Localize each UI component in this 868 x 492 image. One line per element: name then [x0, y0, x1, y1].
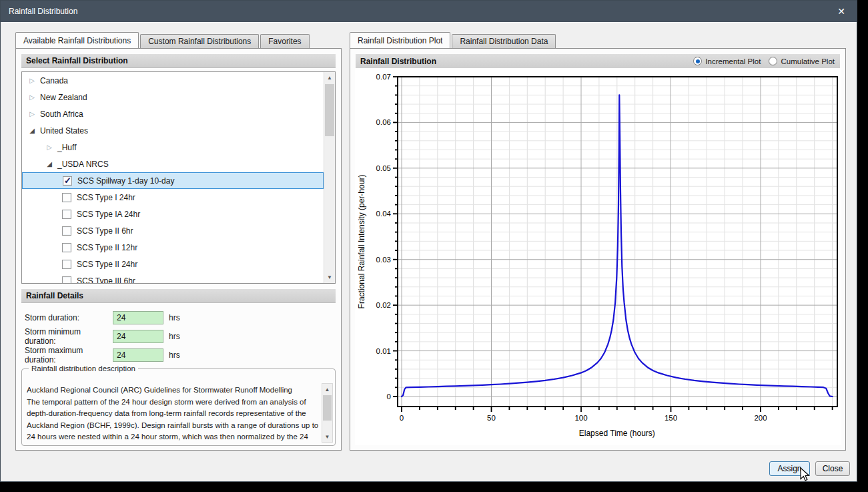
- radio-unselected-icon[interactable]: [769, 57, 777, 65]
- field-row: Storm maximum duration:hrs: [25, 348, 180, 362]
- svg-text:0.01: 0.01: [376, 347, 391, 355]
- window-title: Rainfall Distribution: [1, 7, 77, 16]
- scroll-down-icon[interactable]: ▼: [324, 272, 335, 283]
- field-row: Storm minimum duration:hrs: [25, 329, 180, 343]
- tree-item-scs-type-ii-6hr[interactable]: SCS Type II 6hr: [22, 222, 324, 239]
- expand-icon[interactable]: ▷: [27, 93, 37, 101]
- collapse-icon[interactable]: ◢: [45, 160, 54, 168]
- tree-item--huff[interactable]: ▷_Huff: [22, 139, 324, 156]
- tree-item-label: Canada: [40, 76, 68, 85]
- radio-label: Incremental Plot: [705, 57, 761, 65]
- checkbox-checked[interactable]: [63, 176, 72, 186]
- unit-label: hrs: [169, 350, 180, 360]
- scroll-down-icon[interactable]: ▼: [322, 431, 332, 442]
- checkbox-unchecked[interactable]: [62, 193, 71, 202]
- checkbox-unchecked[interactable]: [62, 260, 71, 269]
- rainfall-distribution-dialog: Rainfall Distribution ✕ Available Rainfa…: [0, 0, 857, 482]
- storm-duration-input[interactable]: [113, 311, 163, 324]
- field-label: Storm maximum duration:: [25, 346, 113, 364]
- storm-maximum-duration-input[interactable]: [113, 348, 163, 362]
- svg-text:0: 0: [400, 414, 404, 422]
- tree-item-scs-type-i-24hr[interactable]: SCS Type I 24hr: [22, 189, 324, 206]
- tree-item-label: SCS Type IA 24hr: [77, 210, 140, 219]
- tree-item-new-zealand[interactable]: ▷New Zealand: [22, 89, 324, 105]
- svg-text:50: 50: [487, 414, 496, 422]
- tab-rainfall-distribution-data[interactable]: Rainfall Distribution Data: [452, 34, 556, 48]
- rainfall-chart: 05010015020000.010.020.030.040.050.060.0…: [355, 68, 841, 448]
- tree-item-label: SCS Spillway 1-day 10-day: [77, 176, 174, 186]
- tree-item-label: SCS Type I 24hr: [77, 193, 135, 202]
- checkbox-unchecked[interactable]: [62, 276, 71, 284]
- rainfall-plot-page: Rainfall Distribution Incremental PlotCu…: [350, 48, 846, 451]
- svg-text:0.03: 0.03: [376, 256, 391, 264]
- tree-item-scs-type-ia-24hr[interactable]: SCS Type IA 24hr: [22, 206, 324, 222]
- radio-incremental-plot[interactable]: Incremental Plot: [693, 57, 761, 65]
- tree-item--usda-nrcs[interactable]: ◢_USDA NRCS: [22, 156, 324, 172]
- plot-header: Rainfall Distribution Incremental PlotCu…: [356, 54, 840, 69]
- expand-icon[interactable]: ▷: [27, 110, 37, 117]
- tree-item-scs-spillway-1-day-10-day[interactable]: SCS Spillway 1-day 10-day: [22, 172, 324, 189]
- scroll-up-icon[interactable]: ▲: [322, 384, 332, 395]
- tree-item-label: _Huff: [57, 143, 76, 152]
- description-scrollbar[interactable]: ▲ ▼: [322, 383, 333, 443]
- tab-favorites[interactable]: Favorites: [260, 34, 309, 48]
- tree-item-united-states[interactable]: ◢United States: [22, 122, 324, 139]
- radio-label: Cumulative Plot: [781, 57, 835, 65]
- tree-item-scs-type-iii-6hr[interactable]: SCS Type III 6hr: [22, 272, 324, 284]
- right-tab-group: Rainfall Distribution PlotRainfall Distr…: [350, 33, 846, 451]
- tab-custom-rainfall-distributions[interactable]: Custom Rainfall Distributions: [140, 34, 259, 48]
- tree-item-scs-type-ii-24hr[interactable]: SCS Type II 24hr: [22, 256, 324, 272]
- svg-text:100: 100: [574, 414, 587, 422]
- tree-item-label: South Africa: [40, 109, 83, 119]
- description-scroll-thumb[interactable]: [323, 395, 332, 421]
- close-window-icon[interactable]: ✕: [830, 1, 853, 22]
- tree-item-canada[interactable]: ▷Canada: [22, 72, 324, 89]
- expand-icon[interactable]: ▷: [45, 144, 54, 151]
- checkbox-unchecked[interactable]: [62, 210, 71, 219]
- tree-scrollbar[interactable]: ▲ ▼: [324, 72, 335, 283]
- tree-item-label: SCS Type II 6hr: [77, 226, 133, 236]
- plot-header-title: Rainfall Distribution: [356, 57, 693, 66]
- right-tabstrip: Rainfall Distribution PlotRainfall Distr…: [350, 33, 557, 48]
- description-text: Auckland Regional Council (ARC) Guidelin…: [27, 385, 319, 443]
- radio-selected-icon[interactable]: [693, 57, 702, 65]
- available-distributions-page: Select Rainfall Distribution ▷Canada▷New…: [15, 48, 342, 451]
- svg-text:0.05: 0.05: [376, 164, 391, 172]
- select-rainfall-distribution-header: Select Rainfall Distribution: [21, 54, 336, 68]
- svg-text:0.06: 0.06: [376, 118, 391, 126]
- svg-text:0.02: 0.02: [376, 301, 391, 309]
- field-row: Storm duration:hrs: [25, 310, 180, 324]
- x-axis-title: Elapsed Time (hours): [579, 429, 655, 438]
- description-legend: Rainfall distribution description: [29, 364, 138, 373]
- rainfall-description-groupbox: Rainfall distribution description Auckla…: [21, 364, 336, 446]
- mouse-cursor-icon: [799, 467, 811, 482]
- tree-item-label: _USDA NRCS: [57, 160, 109, 169]
- tab-rainfall-distribution-plot[interactable]: Rainfall Distribution Plot: [350, 32, 450, 48]
- field-label: Storm minimum duration:: [25, 327, 113, 346]
- titlebar: Rainfall Distribution ✕: [1, 1, 857, 22]
- tree-item-label: SCS Type II 24hr: [77, 260, 137, 269]
- tree-scroll-thumb[interactable]: [325, 84, 334, 136]
- close-button[interactable]: Close: [815, 461, 850, 476]
- checkbox-unchecked[interactable]: [62, 226, 71, 236]
- tree-item-scs-type-ii-12hr[interactable]: SCS Type II 12hr: [22, 239, 324, 256]
- svg-text:0.07: 0.07: [376, 73, 391, 81]
- expand-icon[interactable]: ▷: [27, 77, 37, 84]
- field-label: Storm duration:: [25, 313, 113, 322]
- y-axis-title: Fractional Rainfall Intensity (per-hour): [357, 175, 366, 309]
- tree-rows: ▷Canada▷New Zealand▷South Africa◢United …: [22, 72, 324, 284]
- unit-label: hrs: [169, 313, 180, 322]
- left-tab-group: Available Rainfall DistributionsCustom R…: [15, 33, 342, 451]
- left-tabstrip: Available Rainfall DistributionsCustom R…: [15, 33, 311, 48]
- tree-item-label: United States: [40, 126, 88, 136]
- tree-item-south-africa[interactable]: ▷South Africa: [22, 105, 324, 122]
- collapse-icon[interactable]: ◢: [27, 127, 37, 134]
- storm-minimum-duration-input[interactable]: [113, 330, 163, 343]
- tab-available-rainfall-distributions[interactable]: Available Rainfall Distributions: [15, 32, 139, 48]
- scroll-up-icon[interactable]: ▲: [324, 72, 335, 83]
- tree-item-label: New Zealand: [40, 93, 87, 102]
- checkbox-unchecked[interactable]: [62, 243, 71, 252]
- radio-cumulative-plot[interactable]: Cumulative Plot: [769, 57, 835, 65]
- plot-type-radios: Incremental PlotCumulative Plot: [693, 57, 840, 65]
- unit-label: hrs: [169, 332, 180, 341]
